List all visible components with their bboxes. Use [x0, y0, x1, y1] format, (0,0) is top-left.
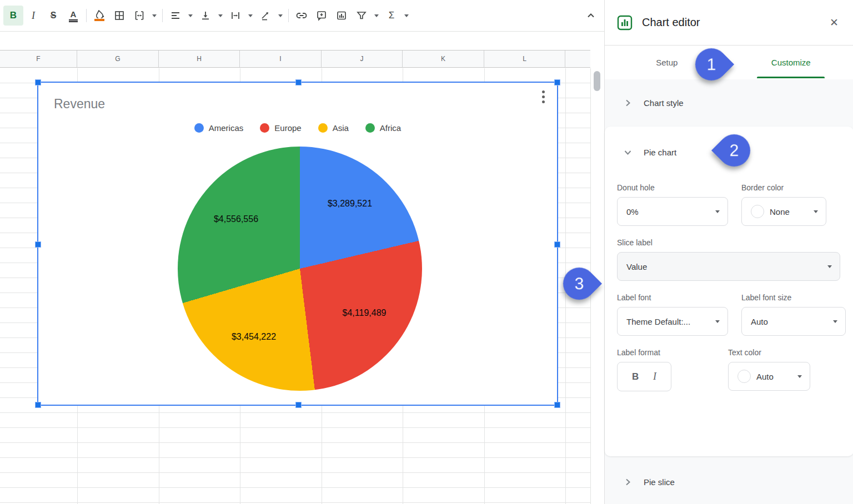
- donut-hole-label: Donut hole: [617, 183, 728, 192]
- resize-handle-bottom-center[interactable]: [295, 402, 302, 408]
- label-bold-button[interactable]: B: [632, 371, 639, 382]
- italic-icon: I: [32, 10, 35, 22]
- column-header-partial[interactable]: [565, 51, 590, 67]
- create-filter-caret[interactable]: [372, 6, 382, 26]
- label-format-label: Label format: [617, 348, 671, 357]
- section-pie-slice[interactable]: Pie slice: [605, 467, 853, 496]
- kebab-menu-icon: [542, 90, 545, 93]
- chart-container[interactable]: Revenue Americas Europe Asia Africa $3,2…: [37, 82, 558, 406]
- chart-editor-icon: [617, 15, 633, 31]
- legend-dot-europe: [260, 123, 269, 133]
- text-color-button[interactable]: A: [63, 6, 83, 26]
- legend-item-europe: Europe: [260, 123, 301, 133]
- create-filter-button[interactable]: [352, 6, 372, 26]
- chevron-down-icon: [624, 148, 632, 157]
- dropdown-caret-icon: [833, 320, 837, 323]
- functions-button[interactable]: Σ: [382, 6, 402, 26]
- resize-handle-top-left[interactable]: [35, 79, 41, 85]
- toolbar-divider: [288, 9, 289, 22]
- label-font-size-select[interactable]: Auto: [741, 307, 846, 336]
- dropdown-caret-icon: [797, 375, 802, 378]
- scrollbar-thumb[interactable]: [594, 71, 600, 91]
- toolbar-divider: [162, 9, 163, 22]
- column-header-f[interactable]: F: [0, 51, 77, 67]
- annotation-step-2: 2: [711, 128, 757, 173]
- text-color-select[interactable]: Auto: [728, 362, 810, 391]
- text-wrapping-button[interactable]: [225, 6, 245, 26]
- panel-header: Chart editor ✕: [605, 0, 853, 46]
- text-rotation-icon: [260, 10, 271, 21]
- close-panel-button[interactable]: ✕: [827, 14, 841, 31]
- resize-handle-mid-left[interactable]: [35, 241, 41, 248]
- chevron-right-icon: [624, 99, 632, 107]
- fill-color-button[interactable]: [89, 6, 109, 26]
- pie-chart[interactable]: [178, 147, 422, 391]
- resize-handle-mid-right[interactable]: [554, 241, 560, 248]
- functions-caret[interactable]: [402, 6, 412, 26]
- legend-item-americas: Americas: [194, 123, 244, 133]
- text-rotation-caret[interactable]: [275, 6, 285, 26]
- column-header-k[interactable]: K: [403, 51, 484, 67]
- merge-cells-caret[interactable]: [149, 6, 159, 26]
- chart-options-menu-button[interactable]: [536, 88, 550, 105]
- chart-editor-panel: Chart editor ✕ Setup Customize Chart sty…: [604, 0, 853, 504]
- text-wrapping-icon: [230, 10, 241, 21]
- resize-handle-top-right[interactable]: [554, 79, 560, 85]
- toolbar: B I S A: [0, 0, 604, 32]
- vertical-align-caret[interactable]: [215, 6, 225, 26]
- merge-cells-button[interactable]: [129, 6, 149, 26]
- column-header-j[interactable]: J: [322, 51, 403, 67]
- donut-hole-select[interactable]: 0%: [617, 197, 728, 226]
- dropdown-caret-icon: [715, 210, 720, 213]
- legend-item-africa: Africa: [365, 123, 401, 133]
- resize-handle-bottom-right[interactable]: [554, 402, 560, 408]
- border-color-label: Border color: [741, 183, 826, 192]
- slice-value-americas: $3,289,521: [328, 199, 372, 209]
- create-filter-icon: [356, 10, 367, 21]
- legend-dot-asia: [318, 123, 328, 133]
- legend-dot-americas: [194, 123, 204, 133]
- slice-label-select[interactable]: Value: [617, 252, 840, 281]
- border-color-select[interactable]: None: [741, 197, 826, 226]
- insert-chart-button[interactable]: [332, 6, 352, 26]
- chart-legend: Americas Europe Asia Africa: [38, 123, 557, 133]
- vertical-align-icon: [200, 10, 211, 21]
- text-rotation-button[interactable]: [255, 6, 275, 26]
- column-header-g[interactable]: G: [77, 51, 159, 67]
- bold-icon: B: [10, 10, 17, 21]
- insert-link-button[interactable]: [292, 6, 312, 26]
- column-header-i[interactable]: I: [240, 51, 322, 67]
- column-header-l[interactable]: L: [484, 51, 565, 67]
- strikethrough-button[interactable]: S: [43, 6, 63, 26]
- resize-handle-bottom-left[interactable]: [35, 402, 41, 408]
- dropdown-caret-icon: [814, 210, 818, 213]
- text-color-icon: A: [69, 10, 78, 21]
- annotation-step-1: 1: [689, 42, 734, 87]
- hide-menus-button[interactable]: [581, 6, 601, 26]
- color-swatch-icon: [737, 370, 751, 383]
- text-wrapping-caret[interactable]: [245, 6, 255, 26]
- legend-dot-africa: [365, 123, 375, 133]
- section-chart-style[interactable]: Chart style: [605, 88, 853, 117]
- italic-button[interactable]: I: [23, 6, 43, 26]
- toolbar-divider: [86, 9, 87, 22]
- horizontal-align-button[interactable]: [165, 6, 185, 26]
- fill-color-icon: [94, 10, 104, 21]
- pie-chart-card: Pie chart Donut hole 0% Border color Non…: [605, 127, 853, 456]
- strikethrough-icon: S: [51, 11, 57, 21]
- merge-cells-icon: [134, 10, 145, 21]
- label-font-select[interactable]: Theme Default:...: [617, 307, 728, 336]
- bold-button[interactable]: B: [3, 6, 23, 26]
- chevron-up-icon: [586, 11, 596, 21]
- text-color-label: Text color: [728, 348, 810, 357]
- borders-button[interactable]: [109, 6, 129, 26]
- vertical-align-button[interactable]: [195, 6, 215, 26]
- horizontal-align-caret[interactable]: [185, 6, 195, 26]
- legend-item-asia: Asia: [318, 123, 349, 133]
- label-italic-button[interactable]: I: [653, 371, 656, 382]
- column-header-h[interactable]: H: [159, 51, 240, 67]
- tab-customize[interactable]: Customize: [729, 46, 853, 79]
- insert-comment-button[interactable]: [312, 6, 332, 26]
- color-swatch-icon: [751, 205, 764, 218]
- resize-handle-top-center[interactable]: [295, 79, 302, 85]
